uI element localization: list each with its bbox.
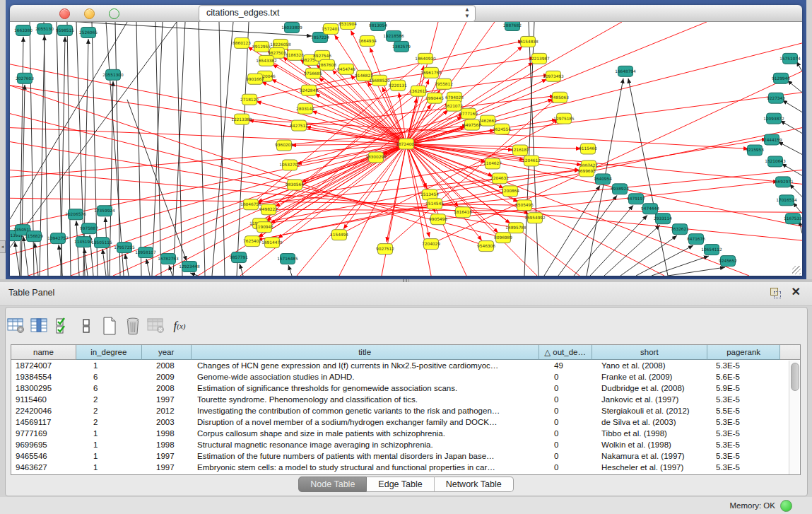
- column-header-title[interactable]: title: [192, 345, 539, 360]
- network-node[interactable]: 10654112: [701, 245, 722, 255]
- table-cell[interactable]: Disruption of a novel member of a sodium…: [192, 416, 540, 428]
- scrollbar-thumb[interactable]: [791, 363, 799, 391]
- table-row[interactable]: 946554611997Estimation of the future num…: [11, 450, 800, 462]
- network-edge[interactable]: [406, 22, 438, 144]
- network-node[interactable]: 9546306: [477, 241, 495, 252]
- table-cell[interactable]: 5.3E-5: [709, 428, 782, 439]
- network-node[interactable]: 10958107: [135, 247, 156, 258]
- table-cell[interactable]: Structural magnetic resonance image aver…: [192, 439, 540, 450]
- network-node[interactable]: 9227343: [767, 93, 785, 103]
- table-cell[interactable]: 14569117: [11, 416, 76, 428]
- new-table-icon[interactable]: [99, 315, 120, 337]
- network-node[interactable]: 1156829: [25, 231, 43, 242]
- close-panel-icon[interactable]: ✕: [792, 286, 801, 298]
- network-node[interactable]: 8220131: [389, 80, 407, 90]
- table-cell[interactable]: 5.3E-5: [709, 360, 782, 371]
- table-cell[interactable]: 18724007: [11, 360, 76, 371]
- network-edge[interactable]: [125, 254, 129, 276]
- memory-status-indicator[interactable]: [780, 500, 792, 512]
- table-cell[interactable]: 0: [540, 450, 593, 462]
- network-node[interactable]: 16782753: [158, 254, 179, 264]
- table-cell[interactable]: 9465546: [11, 450, 76, 462]
- network-node[interactable]: 20551300: [102, 69, 124, 80]
- network-node[interactable]: 15716485: [277, 254, 298, 264]
- table-cell[interactable]: Franke et al. (2009): [593, 371, 709, 382]
- table-cell[interactable]: 1: [76, 462, 142, 473]
- table-cell[interactable]: 0: [540, 405, 593, 416]
- network-node[interactable]: 1362615: [409, 86, 428, 96]
- network-node[interactable]: 16154838: [517, 36, 539, 47]
- table-settings-icon[interactable]: [6, 315, 27, 337]
- network-edge[interactable]: [10, 128, 406, 144]
- network-node[interactable]: 7955812: [435, 78, 453, 89]
- network-node[interactable]: 12093872: [763, 113, 784, 124]
- network-edge[interactable]: [35, 243, 38, 276]
- table-cell[interactable]: 9699695: [11, 439, 76, 450]
- network-edge[interactable]: [406, 144, 513, 150]
- table-cell[interactable]: Yano et al. (2008): [593, 360, 709, 371]
- network-edge[interactable]: [435, 204, 802, 240]
- network-edge[interactable]: [558, 195, 617, 276]
- network-edge[interactable]: [23, 236, 28, 276]
- network-node[interactable]: 1145194: [74, 237, 93, 247]
- table-row[interactable]: 1456911722003Disruption of a novel membe…: [11, 416, 800, 428]
- select-rows-icon[interactable]: [52, 315, 73, 337]
- network-node[interactable]: 9027512: [376, 244, 394, 255]
- table-cell[interactable]: 5.6E-5: [709, 371, 782, 382]
- network-node[interactable]: 8096989: [494, 233, 512, 243]
- network-edge[interactable]: [15, 242, 20, 276]
- row-height-icon[interactable]: [76, 315, 97, 337]
- network-node[interactable]: 9115460: [579, 144, 597, 154]
- network-node[interactable]: 17957255: [114, 243, 135, 253]
- table-cell[interactable]: 2012: [142, 405, 192, 416]
- network-node[interactable]: 1640954: [594, 174, 612, 185]
- table-cell[interactable]: 0: [540, 394, 593, 405]
- network-edge[interactable]: [155, 22, 161, 276]
- table-row[interactable]: 946362711997Embryonic stem cells: a mode…: [11, 462, 800, 473]
- network-edge[interactable]: [668, 267, 725, 276]
- table-cell[interactable]: 0: [540, 382, 593, 394]
- network-edge[interactable]: [177, 22, 182, 276]
- network-edge[interactable]: [288, 265, 292, 276]
- network-node[interactable]: 9756685: [304, 68, 322, 78]
- network-node[interactable]: 9360203: [275, 140, 293, 151]
- table-cell[interactable]: Jankovic et al. (1997): [593, 394, 709, 405]
- table-cell[interactable]: Embryonic stem cells: a model to study s…: [192, 462, 540, 473]
- table-cell[interactable]: 18300295: [11, 382, 76, 394]
- network-node[interactable]: 12213987: [529, 53, 550, 64]
- tab-edge-table[interactable]: Edge Table: [367, 477, 434, 492]
- network-node[interactable]: 16033809: [281, 22, 302, 33]
- table-cell[interactable]: 1: [76, 360, 142, 371]
- table-cell[interactable]: 5.3E-5: [709, 450, 782, 462]
- network-node[interactable]: 15751074: [779, 53, 801, 64]
- network-edge[interactable]: [10, 22, 312, 36]
- table-cell[interactable]: 1997: [142, 450, 192, 462]
- network-node[interactable]: 9905498: [429, 214, 447, 225]
- table-row[interactable]: 1938455462009Genome-wide association stu…: [11, 371, 800, 382]
- table-cell[interactable]: 9777169: [11, 428, 76, 439]
- table-row[interactable]: 969969511998Structural magnetic resonanc…: [11, 439, 800, 450]
- column-header-pagerank[interactable]: pagerank: [707, 345, 780, 360]
- table-cell[interactable]: 5.3E-5: [709, 462, 782, 473]
- table-cell[interactable]: 2008: [142, 360, 192, 371]
- network-edge[interactable]: [782, 100, 802, 112]
- table-row[interactable]: 1872400712008Changes of HCN gene express…: [11, 360, 800, 371]
- network-node[interactable]: 2204632: [490, 173, 509, 184]
- table-cell[interactable]: Estimation of significance thresholds fo…: [192, 382, 540, 394]
- network-node[interactable]: 7462662: [478, 115, 497, 126]
- network-node[interactable]: 1204612: [522, 156, 541, 166]
- table-cell[interactable]: 2009: [142, 371, 192, 382]
- network-node[interactable]: 1216187: [511, 145, 529, 156]
- table-cell[interactable]: 2: [76, 394, 142, 405]
- network-node[interactable]: 6479197: [627, 194, 645, 204]
- table-cell[interactable]: Stergiakouli et al. (2012): [593, 405, 709, 416]
- network-node[interactable]: 1190945: [255, 222, 273, 233]
- network-edge[interactable]: [152, 22, 163, 276]
- network-edge[interactable]: [387, 144, 406, 243]
- network-node[interactable]: 2803144: [296, 103, 314, 114]
- network-node[interactable]: 2526065: [79, 27, 98, 37]
- table-cell[interactable]: Estimation of the future numbers of pati…: [192, 450, 540, 462]
- table-cell[interactable]: 0: [540, 428, 593, 439]
- table-cell[interactable]: 1998: [142, 428, 192, 439]
- table-row[interactable]: 977716911998Corpus callosum shape and si…: [11, 428, 800, 439]
